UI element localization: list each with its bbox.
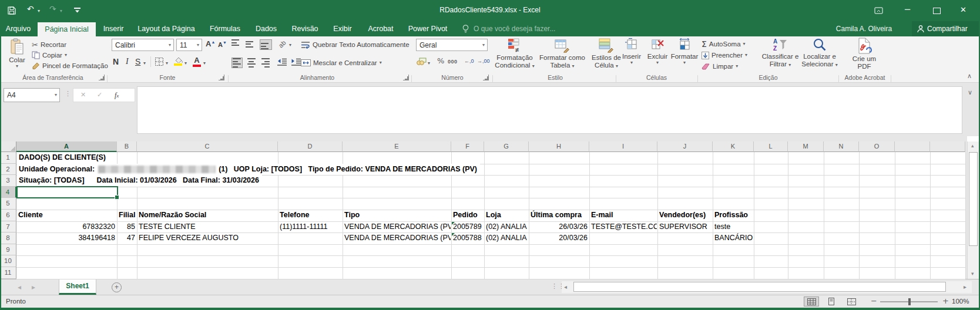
column-header-H[interactable]: H bbox=[529, 141, 589, 152]
clipboard-dialog-launcher-icon[interactable] bbox=[99, 75, 105, 80]
fill-color-dropdown-icon[interactable]: ▾ bbox=[184, 61, 187, 66]
signed-in-user[interactable]: Camila A. Oliveira bbox=[821, 25, 907, 33]
table-header-cell[interactable]: Tipo bbox=[343, 210, 451, 221]
selection-fill-handle[interactable] bbox=[115, 195, 119, 200]
sheet-tab-active[interactable]: Sheet1 bbox=[59, 279, 96, 295]
share-button[interactable]: Compartilhar bbox=[912, 21, 980, 36]
format-painter-button[interactable]: Pincel de Formatação bbox=[32, 60, 108, 71]
align-left-button[interactable] bbox=[231, 58, 243, 68]
horizontal-scrollbar[interactable]: ◂ ▸ bbox=[562, 281, 972, 293]
expand-formula-bar-icon[interactable]: ∨ bbox=[968, 89, 972, 96]
table-cell[interactable]: 2005788 bbox=[452, 232, 484, 244]
maximize-button[interactable] bbox=[933, 8, 941, 14]
clear-button[interactable]: Limpar ▾ bbox=[702, 61, 738, 72]
increase-decimal-icon[interactable]: ←,0 bbox=[464, 58, 474, 64]
table-cell[interactable]: 20/03/26 bbox=[529, 232, 589, 244]
insert-cells-button[interactable]: Inserir ▾ bbox=[619, 38, 644, 65]
column-header-L[interactable]: L bbox=[754, 141, 788, 152]
formula-bar-splitter[interactable]: ⋮ bbox=[65, 90, 71, 97]
table-header-cell[interactable]: Nome/Razão Social bbox=[137, 210, 277, 221]
bold-button[interactable]: N bbox=[113, 57, 119, 66]
scroll-down-icon[interactable]: ▾ bbox=[971, 271, 974, 277]
number-format-combobox[interactable]: Geral▾ bbox=[416, 39, 488, 51]
scroll-left-icon[interactable]: ◂ bbox=[564, 284, 567, 290]
accounting-dropdown-icon[interactable]: ▾ bbox=[428, 61, 430, 66]
table-cell[interactable]: 85 bbox=[118, 221, 136, 233]
scroll-right-icon[interactable]: ▸ bbox=[964, 284, 966, 290]
table-header-cell[interactable]: Filial bbox=[118, 210, 136, 221]
align-bottom-button[interactable] bbox=[260, 39, 272, 50]
row-header-10[interactable]: 10 bbox=[0, 255, 16, 267]
underline-dropdown-icon[interactable]: ▾ bbox=[143, 61, 146, 66]
column-header-G[interactable]: G bbox=[484, 141, 529, 152]
table-header-cell[interactable]: Telefone bbox=[278, 210, 342, 221]
column-header-K[interactable]: K bbox=[713, 141, 754, 152]
row-header-11[interactable]: 11 bbox=[0, 267, 16, 279]
font-dialog-launcher-icon[interactable] bbox=[219, 75, 224, 80]
borders-icon[interactable] bbox=[155, 58, 163, 66]
number-dialog-launcher-icon[interactable] bbox=[483, 75, 489, 80]
decrease-indent-icon[interactable] bbox=[277, 58, 287, 66]
tab-acrobat[interactable]: Acrobat bbox=[362, 21, 400, 36]
wrap-text-button[interactable]: Quebrar Texto Automaticamente bbox=[301, 39, 410, 50]
table-cell[interactable]: (02) ANALIA bbox=[485, 221, 528, 233]
insert-function-icon[interactable]: fx bbox=[115, 91, 119, 100]
zoom-out-button[interactable]: − bbox=[871, 297, 877, 305]
underline-button[interactable]: S bbox=[135, 57, 140, 66]
cell-A3[interactable]: Situação: [TODAS] Data Inicial: 01/03/20… bbox=[17, 175, 262, 187]
table-header-cell[interactable]: Vendedor(es) bbox=[658, 210, 712, 221]
cut-button[interactable]: ✂ Recortar bbox=[32, 39, 66, 50]
table-header-cell[interactable]: Última compra bbox=[529, 210, 589, 221]
table-cell[interactable]: (11)1111-11111 bbox=[278, 221, 342, 233]
table-cell[interactable]: VENDA DE MERCADORIAS (PV) bbox=[343, 221, 451, 233]
cell-A2[interactable]: Unidade Operacional: (1) UOP Loja: [TODO… bbox=[17, 164, 480, 176]
align-center-button[interactable] bbox=[247, 58, 256, 68]
delete-cells-button[interactable]: Excluir ▾ bbox=[645, 38, 670, 65]
alignment-dialog-launcher-icon[interactable] bbox=[403, 75, 409, 80]
tab-insert[interactable]: Inserir bbox=[96, 21, 130, 36]
table-header-cell[interactable]: Pedido bbox=[452, 210, 484, 221]
table-cell[interactable]: FELIPE VERCEZE AUGUSTO bbox=[137, 232, 277, 244]
tab-page-layout[interactable]: Layout da Página bbox=[134, 21, 199, 36]
row-header-6[interactable]: 6 bbox=[0, 210, 16, 221]
accounting-format-icon[interactable] bbox=[416, 58, 427, 65]
new-sheet-button[interactable]: + bbox=[112, 282, 122, 292]
table-cell[interactable]: (02) ANALIA bbox=[485, 232, 528, 244]
tab-review[interactable]: Revisão bbox=[287, 21, 323, 36]
row-header-7[interactable]: 7 bbox=[0, 221, 16, 233]
table-cell[interactable]: SUPERVISOR bbox=[658, 221, 712, 233]
collapse-ribbon-icon[interactable]: ∧ bbox=[967, 73, 972, 79]
tab-view[interactable]: Exibir bbox=[327, 21, 358, 36]
column-header-A[interactable]: A bbox=[16, 141, 117, 152]
close-button[interactable]: ✕ bbox=[960, 6, 966, 14]
zoom-in-button[interactable]: + bbox=[942, 297, 949, 305]
row-header-5[interactable]: 5 bbox=[0, 198, 16, 210]
conditional-formatting-button[interactable]: ≠ Formatação Condicional ▾ bbox=[494, 38, 536, 69]
column-header-E[interactable]: E bbox=[343, 141, 451, 152]
table-header-cell[interactable]: E-mail bbox=[590, 210, 657, 221]
zoom-level[interactable]: 100% bbox=[952, 298, 969, 305]
vertical-scrollbar-thumb[interactable] bbox=[969, 152, 978, 246]
zoom-slider-thumb[interactable] bbox=[908, 298, 911, 305]
table-cell[interactable]: TESTE CLIENTE bbox=[137, 221, 277, 233]
column-header-F[interactable]: F bbox=[451, 141, 484, 152]
scroll-up-icon[interactable]: ▴ bbox=[971, 143, 974, 149]
cancel-icon[interactable]: ✕ bbox=[80, 92, 86, 98]
row-header-2[interactable]: 2 bbox=[0, 164, 16, 176]
next-sheet-icon[interactable]: ▸ bbox=[32, 284, 35, 291]
row-header-9[interactable]: 9 bbox=[0, 244, 16, 256]
minimize-button[interactable]: ─ bbox=[905, 5, 910, 14]
borders-dropdown-icon[interactable]: ▾ bbox=[166, 61, 168, 66]
decrease-font-size-button[interactable]: A▼ bbox=[218, 41, 227, 48]
ribbon-display-options-icon[interactable] bbox=[874, 7, 883, 14]
align-top-button[interactable] bbox=[231, 39, 241, 49]
column-header-O[interactable]: O bbox=[859, 141, 895, 152]
fill-button[interactable]: Preencher ▾ bbox=[702, 50, 747, 60]
row-header-3[interactable]: 3 bbox=[0, 175, 16, 187]
column-header-M[interactable]: M bbox=[788, 141, 824, 152]
tab-data[interactable]: Dados bbox=[249, 21, 283, 36]
merge-center-button[interactable]: Mesclar e Centralizar ▾ bbox=[301, 58, 382, 68]
column-header-blank-15[interactable] bbox=[895, 141, 930, 152]
tab-file[interactable]: Arquivo bbox=[0, 21, 36, 36]
tab-power-pivot[interactable]: Power Pivot bbox=[403, 21, 452, 36]
